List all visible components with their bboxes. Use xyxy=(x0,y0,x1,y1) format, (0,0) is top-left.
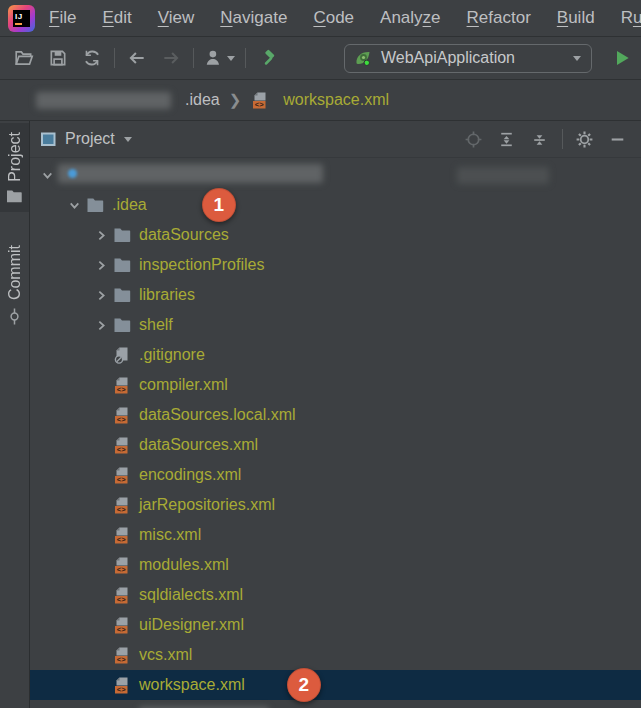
toolbar-separator xyxy=(114,48,115,68)
tree-row-libraries[interactable]: libraries xyxy=(30,280,641,310)
menu-item-view[interactable]: View xyxy=(158,8,195,28)
annotation-badge-1: 1 xyxy=(202,188,236,222)
run-button[interactable] xyxy=(610,46,634,70)
build-hammer-icon[interactable] xyxy=(256,46,280,70)
tree-chevron-expanded-icon[interactable] xyxy=(63,199,85,212)
svg-text:<>: <> xyxy=(117,446,127,454)
tree-row-shelf[interactable]: shelf xyxy=(30,310,641,340)
annotation-badge-2: 2 xyxy=(287,668,321,702)
menu-item-code[interactable]: Code xyxy=(313,8,354,28)
tool-window-tab-commit[interactable]: Commit xyxy=(0,236,29,334)
tree-row-sqldialects.xml[interactable]: <>sqldialects.xml xyxy=(30,580,641,610)
tree-row-dataSources.xml[interactable]: <>dataSources.xml xyxy=(30,430,641,460)
tree-row-jarRepositories.xml[interactable]: <>jarRepositories.xml xyxy=(30,490,641,520)
project-icon-dot xyxy=(68,169,77,178)
folder-icon xyxy=(85,197,105,213)
forward-icon[interactable] xyxy=(159,46,183,70)
tree-node-label: .idea xyxy=(112,196,147,214)
tree-node-label: jarRepositories.xml xyxy=(139,496,275,514)
redacted-project-path xyxy=(457,167,549,184)
tree-node-label: dataSources.xml xyxy=(139,436,258,454)
tree-row-dataSources.local.xml[interactable]: <>dataSources.local.xml xyxy=(30,400,641,430)
user-profile-icon[interactable] xyxy=(204,48,235,68)
menu-item-edit[interactable]: Edit xyxy=(102,8,131,28)
tree-node-label: inspectionProfiles xyxy=(139,256,264,274)
tree-chevron-collapsed-icon[interactable] xyxy=(90,319,112,332)
xml-file-icon: <> xyxy=(112,526,132,545)
panel-title[interactable]: Project xyxy=(65,130,115,148)
folder-icon xyxy=(112,287,132,303)
tree-row-compiler.xml[interactable]: <>compiler.xml xyxy=(30,370,641,400)
run-configuration-select[interactable]: WebApiApplication xyxy=(344,44,592,73)
breadcrumb-dir[interactable]: .idea xyxy=(185,91,220,109)
breadcrumb-file[interactable]: workspace.xml xyxy=(283,91,389,109)
chevron-down-icon xyxy=(573,56,581,61)
main-toolbar: WebApiApplication xyxy=(0,37,641,80)
tree-row-inspectionProfiles[interactable]: inspectionProfiles xyxy=(30,250,641,280)
tree-node-label: misc.xml xyxy=(139,526,201,544)
back-icon[interactable] xyxy=(125,46,149,70)
menu-item-file[interactable]: File xyxy=(49,8,76,28)
svg-text:<>: <> xyxy=(117,596,127,604)
settings-gear-icon[interactable] xyxy=(572,127,596,151)
svg-text:<>: <> xyxy=(117,386,127,394)
tree-chevron-collapsed-icon[interactable] xyxy=(90,229,112,242)
menu-item-run[interactable]: Run xyxy=(621,8,641,28)
tool-window-bar: Project Commit xyxy=(0,121,30,708)
menu-item-refactor[interactable]: Refactor xyxy=(467,8,531,28)
tree-row-dataSources[interactable]: dataSources xyxy=(30,220,641,250)
tree-chevron-collapsed-icon[interactable] xyxy=(90,259,112,272)
svg-text:<>: <> xyxy=(117,686,127,694)
tool-window-tab-project[interactable]: Project xyxy=(0,123,29,212)
tree-chevron-expanded-icon[interactable] xyxy=(36,169,58,182)
folder-icon xyxy=(112,257,132,273)
xml-file-icon: <> xyxy=(112,406,132,425)
folder-icon xyxy=(6,189,23,204)
redacted-project-name xyxy=(36,92,171,109)
xml-file-icon: <> xyxy=(112,616,132,635)
commit-icon xyxy=(6,307,23,326)
tree-node-label: sqldialects.xml xyxy=(139,586,243,604)
xml-file-icon: <> xyxy=(250,91,270,110)
project-tool-window: Project xyxy=(30,121,641,708)
tree-chevron-collapsed-icon[interactable] xyxy=(90,289,112,302)
tree-node-label: uiDesigner.xml xyxy=(139,616,244,634)
xml-file-icon: <> xyxy=(112,376,132,395)
tab-commit-label: Commit xyxy=(6,245,24,300)
menu-item-navigate[interactable]: Navigate xyxy=(220,8,287,28)
collapse-all-icon[interactable] xyxy=(527,127,551,151)
save-all-icon[interactable] xyxy=(46,46,70,70)
tree-row-encodings.xml[interactable]: <>encodings.xml xyxy=(30,460,641,490)
tree-node-label: dataSources xyxy=(139,226,229,244)
tree-row-redacted[interactable] xyxy=(30,160,641,190)
hide-panel-icon[interactable] xyxy=(605,127,629,151)
open-project-icon[interactable] xyxy=(12,46,36,70)
locate-file-icon[interactable] xyxy=(461,127,485,151)
menu-item-build[interactable]: Build xyxy=(557,8,595,28)
tree-row-.gitignore[interactable]: .gitignore xyxy=(30,340,641,370)
spring-boot-icon xyxy=(353,48,373,68)
redacted-project-root xyxy=(58,164,323,187)
breadcrumb-separator: ❯ xyxy=(229,91,242,109)
tree-node-label: workspace.xml xyxy=(139,676,245,694)
tree-node-label: vcs.xml xyxy=(139,646,192,664)
tree-row-modules.xml[interactable]: <>modules.xml xyxy=(30,550,641,580)
tree-row-.idea[interactable]: .idea1 xyxy=(30,190,641,220)
tree-row-uiDesigner.xml[interactable]: <>uiDesigner.xml xyxy=(30,610,641,640)
toolbar-separator xyxy=(193,48,194,68)
expand-all-icon[interactable] xyxy=(494,127,518,151)
synchronize-icon[interactable] xyxy=(80,46,104,70)
svg-text:<>: <> xyxy=(117,476,127,484)
menu-item-analyze[interactable]: Analyze xyxy=(380,8,441,28)
xml-file-icon: <> xyxy=(112,676,132,695)
tree-row-workspace.xml[interactable]: <>workspace.xml2 xyxy=(30,670,641,700)
tree-row-vcs.xml[interactable]: <>vcs.xml xyxy=(30,640,641,670)
tree-node-label: libraries xyxy=(139,286,195,304)
project-panel-header: Project xyxy=(30,121,641,158)
chevron-down-icon[interactable] xyxy=(124,137,132,142)
folder-icon xyxy=(112,317,132,333)
tree-row-misc.xml[interactable]: <>misc.xml xyxy=(30,520,641,550)
run-configuration-name: WebApiApplication xyxy=(381,49,570,67)
header-separator xyxy=(562,129,563,149)
tree-row-redacted[interactable] xyxy=(30,700,641,708)
